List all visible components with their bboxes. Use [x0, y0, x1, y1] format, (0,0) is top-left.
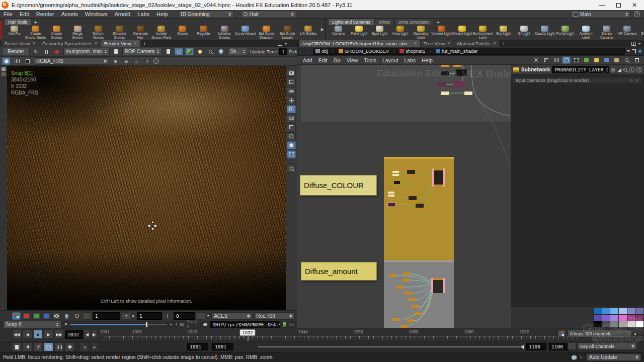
snapshot-selector[interactable]: Snap 8 [3, 321, 61, 328]
color-swatch[interactable] [635, 315, 643, 321]
close-tab-icon[interactable]: ✕ [134, 41, 137, 46]
network-menu-layout[interactable]: Layout [379, 57, 401, 63]
save-rop-icon[interactable] [112, 48, 120, 55]
list-view-icon[interactable] [552, 56, 560, 64]
view-camera-icon[interactable] [287, 69, 296, 77]
input-operators-buttons[interactable] [628, 78, 639, 82]
search-icon[interactable] [623, 68, 627, 71]
magnify-icon[interactable] [206, 48, 215, 55]
snapshot-compare-icon[interactable] [185, 48, 194, 55]
node[interactable] [392, 171, 399, 173]
node-output[interactable] [433, 278, 443, 293]
key-slider-icon[interactable] [65, 342, 74, 351]
thumbs-view-icon[interactable] [572, 56, 581, 64]
blend-plus-icon[interactable]: + [175, 322, 177, 327]
link-icon[interactable] [638, 49, 642, 53]
timeline-ruler[interactable]: 10011008102010441056106810801092 1032 [105, 329, 580, 340]
breadcrumb-obj[interactable]: obj [315, 48, 338, 54]
refresh-render-icon[interactable]: ↻ [32, 48, 40, 55]
pane-tab-obj-groom-lookdev-shopnet1-fur-main-sho[interactable]: /obj/GROOM_LOOKDEV/shopnet1/fur_main_sho… [299, 40, 420, 47]
environment-icon[interactable] [217, 48, 225, 55]
blue-channel-icon[interactable] [42, 312, 51, 320]
cut-wires-icon[interactable] [532, 56, 540, 64]
color-swatch[interactable] [635, 321, 643, 327]
play-button[interactable]: ▶ [44, 330, 53, 339]
snapshot-path-field[interactable]: $HIP/ipr/$SNAPNAME.$F4.$ [210, 321, 280, 328]
range-handle-icon[interactable] [521, 344, 524, 349]
image-plane-icon[interactable] [2, 57, 11, 65]
sticky-note-icon[interactable] [592, 56, 601, 64]
tool-portal-light[interactable]: Portal Light [555, 26, 576, 39]
shelf-tab-hair-tools[interactable]: Hair Tools [4, 19, 31, 25]
realtime-toggle-icon[interactable] [44, 342, 53, 351]
tool-curve-advect[interactable]: Curve Advect [235, 26, 256, 39]
red-channel-icon[interactable] [22, 312, 31, 320]
network-box-header[interactable] [384, 157, 454, 159]
color-swatch[interactable] [627, 308, 635, 314]
menu-help[interactable]: Help [153, 11, 172, 17]
export-icon[interactable] [283, 322, 286, 327]
menu-arnold[interactable]: Arnold [111, 11, 134, 17]
tool-vr-camera[interactable]: VR Camera [617, 26, 637, 39]
global-start-field[interactable]: 1001 [187, 343, 208, 350]
message-log-icon[interactable] [572, 355, 577, 359]
tool-area-light[interactable]: Area Light [390, 26, 411, 39]
tool-set-guide-length[interactable]: Set Guide Length [277, 26, 298, 39]
show-selector[interactable]: Sh... [227, 48, 248, 55]
gear-icon[interactable]: ◎ [611, 66, 616, 73]
tool-groom[interactable]: Groom [172, 26, 193, 39]
pane-tab-tree-view[interactable]: Tree View✕ [421, 40, 454, 47]
keys-up-icon[interactable]: ▲ [633, 332, 637, 335]
pane-menu-icon[interactable] [638, 43, 641, 45]
shelf-tab-wires[interactable]: Wires [375, 19, 394, 25]
tool-add-fur[interactable]: Add Fur [4, 26, 25, 39]
measure-icon[interactable] [542, 56, 550, 64]
pane-tab-scene-view[interactable]: Scene View✕ [2, 40, 39, 47]
lut-icon[interactable] [197, 312, 205, 320]
save-snapshot-icon[interactable] [203, 323, 207, 326]
brush-icon[interactable]: ◢ [617, 67, 621, 72]
shelfset-selector[interactable]: Hair [241, 11, 296, 18]
stop-button[interactable]: ■ [33, 330, 43, 339]
color-palette-icon[interactable] [582, 56, 591, 64]
menu-assets[interactable]: Assets [58, 11, 82, 17]
ocio-selector[interactable]: ACES [211, 312, 252, 320]
layers-icon[interactable] [13, 57, 21, 65]
tool-lift-guides[interactable]: Lift Guides [298, 26, 319, 39]
find-node-icon[interactable] [622, 56, 631, 64]
snapshot-delete-icon[interactable]: ✕ [64, 322, 68, 327]
node[interactable] [392, 174, 399, 176]
render-button[interactable]: Render [2, 48, 30, 55]
update-time-field[interactable]: 1 [279, 48, 287, 55]
color-swatch[interactable] [619, 321, 627, 327]
sticky-note-diffuse-colour[interactable]: Diffuse_COLOUR [300, 175, 377, 196]
range-end-icon[interactable]: ▶ [90, 342, 100, 351]
pane-layout-icon[interactable] [278, 42, 282, 46]
nav-forward-icon[interactable]: → [306, 48, 311, 54]
playback-start-field[interactable]: 1001 [212, 343, 233, 350]
menu-labs[interactable]: Labs [134, 11, 153, 17]
display-lut-selector[interactable]: Rec.709 [254, 312, 295, 320]
take-snapshot-icon[interactable] [180, 323, 184, 326]
rgb-channels-icon[interactable] [12, 312, 21, 320]
menu-file[interactable]: File [0, 11, 16, 17]
camera-selector[interactable]: ROP Camera [122, 48, 163, 55]
tool-camera[interactable]: Camera [328, 26, 349, 39]
marquee-icon[interactable] [287, 150, 296, 158]
network-menu-help[interactable]: Help [419, 57, 436, 63]
offset-field[interactable]: 0 [174, 312, 195, 320]
keys-channels-button[interactable]: 0 keys, 0/0 channels [568, 330, 632, 337]
shelf-scroll-right-icon[interactable]: ▶ [320, 27, 325, 32]
color-swatch[interactable] [602, 315, 610, 321]
exposure-minus-button[interactable]: − [83, 312, 91, 320]
strip-icon[interactable] [2, 67, 6, 71]
info-icon[interactable]: i [629, 67, 634, 72]
zoom-in-icon[interactable]: ⊕ [111, 57, 120, 65]
lut-menu-icon[interactable] [207, 315, 210, 317]
compare-icon[interactable] [287, 141, 296, 149]
cook-refresh-icon[interactable]: ↻ [580, 354, 584, 360]
network-menu-labs[interactable]: Labs [401, 57, 419, 63]
close-tab-icon[interactable]: ✕ [32, 41, 36, 46]
playback-range-slider[interactable] [258, 346, 523, 347]
current-frame-field[interactable]: 1032 [65, 330, 83, 339]
